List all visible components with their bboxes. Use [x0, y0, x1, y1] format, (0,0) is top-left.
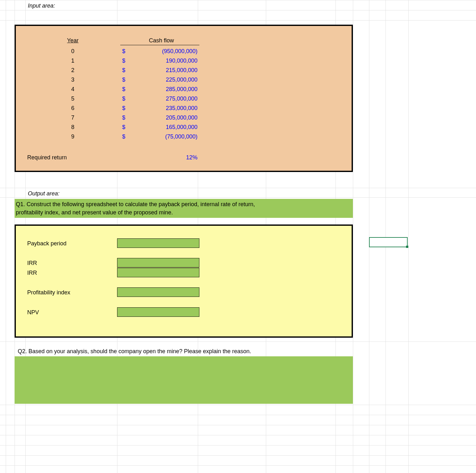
currency-symbol: $	[120, 84, 130, 94]
currency-symbol: $	[120, 75, 130, 85]
currency-symbol: $	[120, 113, 130, 123]
q2-prompt: Q2. Based on your analysis, should the c…	[16, 346, 351, 356]
payback-value-cell[interactable]	[117, 238, 199, 248]
pi-label: Profitability index	[25, 287, 72, 298]
year-cell[interactable]: 6	[47, 103, 98, 113]
q1-line2: profitability index, and net present val…	[16, 208, 352, 217]
irr2-label: IRR	[25, 268, 39, 278]
currency-symbol: $	[120, 132, 130, 142]
currency-symbol: $	[120, 46, 130, 56]
input-area-label: Input area:	[26, 1, 57, 11]
cashflow-value[interactable]: 215,000,000	[130, 65, 199, 75]
year-cell[interactable]: 2	[47, 65, 98, 75]
output-area-label: Output area:	[26, 188, 61, 199]
payback-label: Payback period	[25, 238, 68, 249]
year-header: Year	[47, 35, 98, 46]
cashflow-value[interactable]: 190,000,000	[130, 56, 199, 66]
year-cell[interactable]: 7	[47, 113, 98, 123]
cashflow-value[interactable]: (75,000,000)	[130, 132, 199, 142]
year-cell[interactable]: 5	[47, 94, 98, 104]
q2-answer-area[interactable]	[15, 356, 353, 404]
cashflow-value[interactable]: 205,000,000	[130, 113, 199, 123]
irr2-value-cell[interactable]	[117, 268, 199, 277]
year-cell[interactable]: 3	[47, 75, 98, 85]
spreadsheet[interactable]: Input area: Year Cash flow 0$(950,000,00…	[0, 0, 476, 473]
year-cell[interactable]: 1	[47, 56, 98, 66]
currency-symbol: $	[120, 65, 130, 75]
year-cell[interactable]: 8	[47, 122, 98, 132]
irr1-label: IRR	[25, 258, 39, 268]
npv-label: NPV	[25, 307, 41, 317]
active-cell[interactable]	[369, 237, 408, 247]
pi-value-cell[interactable]	[117, 287, 199, 297]
cashflow-value[interactable]: 165,000,000	[130, 122, 199, 132]
q1-line1: Q1. Construct the following spreadsheet …	[16, 200, 352, 208]
cashflow-value[interactable]: 225,000,000	[130, 75, 199, 85]
cashflow-value[interactable]: 285,000,000	[130, 84, 199, 94]
cashflow-value[interactable]: 275,000,000	[130, 94, 199, 104]
year-cell[interactable]: 4	[47, 84, 98, 94]
cashflow-header: Cash flow	[130, 35, 193, 46]
output-box: Payback period IRR IRR Profitability ind…	[15, 224, 353, 338]
cashflow-value[interactable]: (950,000,000)	[130, 46, 199, 56]
year-cell[interactable]: 9	[47, 132, 98, 142]
currency-symbol: $	[120, 56, 130, 66]
npv-value-cell[interactable]	[117, 307, 199, 317]
q1-prompt: Q1. Construct the following spreadsheet …	[15, 199, 353, 218]
required-return-label: Required return	[25, 152, 69, 163]
input-box: Year Cash flow 0$(950,000,000)1$190,000,…	[15, 25, 353, 172]
required-return-value[interactable]: 12%	[120, 152, 199, 163]
currency-symbol: $	[120, 122, 130, 132]
irr1-value-cell[interactable]	[117, 258, 199, 267]
currency-symbol: $	[120, 103, 130, 113]
fill-handle[interactable]	[406, 246, 408, 248]
cashflow-value[interactable]: 235,000,000	[130, 103, 199, 113]
currency-symbol: $	[120, 94, 130, 104]
year-cell[interactable]: 0	[47, 46, 98, 56]
